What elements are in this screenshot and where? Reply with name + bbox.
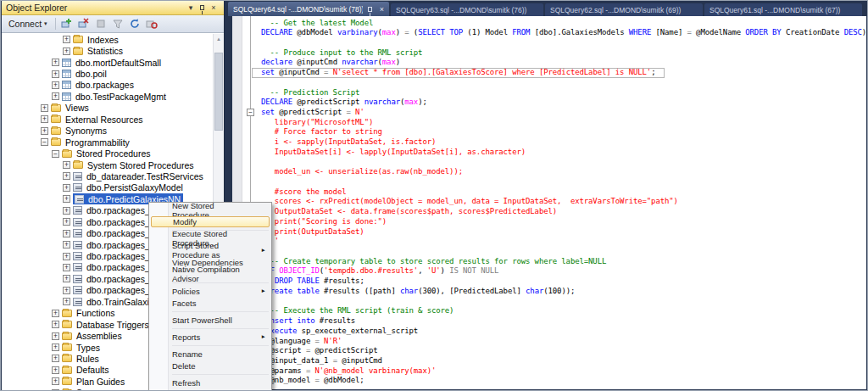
code-token: ; (651, 68, 655, 76)
tree-item-label: Views (64, 103, 90, 113)
expand-icon[interactable]: + (52, 332, 59, 340)
stop-icon[interactable] (94, 17, 108, 31)
tree-item-label: dbo.rpackages_i (86, 285, 153, 295)
expand-icon[interactable]: + (63, 172, 70, 180)
sproc-icon (73, 183, 82, 192)
expand-icon[interactable]: + (52, 310, 59, 317)
tree-item-dbo-rpackages[interactable]: +dbo.rpackages (2, 80, 213, 91)
expand-icon[interactable]: + (63, 184, 70, 192)
expand-icon[interactable]: + (52, 321, 59, 328)
scroll-up-icon[interactable]: ▲ (214, 34, 224, 44)
refresh-icon[interactable] (128, 17, 142, 31)
tree-item-indexes[interactable]: +Indexes (2, 34, 213, 45)
scrollbar-thumb[interactable] (214, 53, 223, 131)
object-explorer-titlebar[interactable]: Object Explorer ▾ × (2, 1, 224, 15)
expand-icon[interactable]: + (52, 344, 59, 351)
expand-icon[interactable]: + (63, 36, 70, 43)
expand-icon[interactable]: + (52, 81, 59, 89)
expand-icon[interactable]: + (63, 230, 70, 237)
expand-icon[interactable]: + (41, 115, 48, 123)
code-token: @predictScript (292, 98, 364, 106)
filter-icon[interactable] (111, 17, 125, 31)
expand-icon[interactable]: + (52, 377, 59, 385)
connect-label: Connect (8, 19, 42, 29)
menu-item-rename[interactable]: Rename (149, 348, 271, 360)
menu-item-facets[interactable]: Facets (149, 297, 271, 309)
tree-item-external-resources[interactable]: +External Resources (2, 114, 213, 125)
code-token: i <- sapply(InputDataSet, is.factor) (261, 137, 436, 146)
tab-sqlquery63-sql[interactable]: SQLQuery63.sql -...DMOND\sumitk (76)) (391, 3, 543, 16)
expand-icon[interactable]: + (63, 298, 70, 305)
sql-code[interactable]: -- Get the latest ModelDECLARE @dbModel … (261, 19, 866, 387)
tree-item-dbo-persistgalaxymodel[interactable]: +dbo.PersistGalaxyModel (2, 182, 213, 193)
expand-icon[interactable]: − (52, 150, 59, 158)
folder-icon (51, 138, 61, 146)
tree-item-db-datareader-testrservices[interactable]: +db_datareader.TestRServices (2, 170, 213, 182)
menu-item-new-stored-procedure[interactable]: New Stored Procedure... (149, 204, 271, 216)
menu-item-policies[interactable]: Policies► (149, 285, 271, 297)
sproc-icon (73, 218, 82, 226)
menu-item-script-stored-procedure-as[interactable]: Script Stored Procedure as► (149, 244, 271, 256)
code-token: DROP (275, 276, 292, 285)
connect-button[interactable]: Connect ▾ (5, 17, 51, 31)
tree-item-dbo-testpackagemgmt[interactable]: +dbo.TestPackageMgmt (2, 91, 213, 102)
expand-icon[interactable]: + (63, 287, 70, 294)
close-tab-icon[interactable]: × (380, 5, 384, 14)
sql-editor[interactable]: − -- Get the latest ModelDECLARE @dbMode… (232, 16, 866, 389)
expand-icon[interactable]: + (41, 127, 48, 135)
menu-item-delete[interactable]: Delete (149, 360, 271, 371)
expand-icon[interactable]: + (63, 218, 70, 226)
code-line: @script = @predictScript (261, 346, 866, 356)
sproc-icon (73, 172, 82, 181)
tab-sqlquery64-sql[interactable]: SQLQuery64.sql -...DMOND\sumitk (78))× (228, 2, 389, 16)
menu-item-refresh[interactable]: Refresh (149, 377, 271, 388)
tree-item-label: dbo.TrainGalaxi (86, 297, 150, 307)
expand-icon[interactable]: + (63, 207, 70, 215)
expand-icon[interactable]: + (52, 389, 59, 390)
disconnect-server-icon[interactable] (77, 17, 92, 31)
expand-icon[interactable]: + (63, 253, 70, 260)
tree-item-dbo-mortdefaultsmall[interactable]: +dbo.mortDefaultSmall (2, 57, 213, 68)
tree-item-dbo-poil[interactable]: +dbo.poil (2, 68, 213, 79)
expand-icon[interactable]: + (63, 161, 70, 169)
tree-item-system-stored-procedures[interactable]: +System Stored Procedures (2, 159, 213, 170)
expand-icon[interactable]: + (41, 104, 48, 112)
expand-icon[interactable]: + (63, 275, 70, 282)
connect-server-icon[interactable] (60, 17, 75, 31)
expand-icon[interactable]: + (52, 59, 59, 66)
tree-item-synonyms[interactable]: +Synonyms (2, 126, 213, 137)
code-token: sp_execute_external_script (297, 327, 418, 335)
code-line: print(OutputDataSet) (261, 227, 866, 237)
menu-item-start-powershell[interactable]: Start PowerShell (149, 314, 271, 326)
pin-icon[interactable] (200, 5, 204, 10)
error-logs-icon[interactable] (145, 17, 159, 31)
expand-icon[interactable]: − (41, 138, 48, 146)
tab-sqlquery62-sql[interactable]: SQLQuery62.sql -...DMOND\sumitk (69)) (545, 3, 703, 16)
code-token: print("Scoring is done:") (261, 217, 387, 226)
close-icon[interactable]: × (208, 2, 220, 14)
tree-item-stored-procedures[interactable]: −Stored Procedures (2, 148, 213, 159)
code-token: char (400, 287, 418, 295)
pin-tab-icon[interactable] (368, 7, 372, 12)
collapse-region-icon[interactable]: − (247, 109, 254, 116)
expand-icon[interactable]: + (63, 264, 70, 271)
tree-item-statistics[interactable]: +Statistics (2, 45, 213, 56)
expand-icon[interactable]: + (63, 195, 70, 203)
expand-icon[interactable]: + (63, 241, 70, 249)
expand-icon[interactable]: + (52, 355, 59, 362)
menu-item-native-compilation-advisor[interactable]: Native Compilation Advisor (149, 268, 271, 280)
code-line: @input_data_1 = @inputCmd (261, 356, 866, 366)
window-position-icon[interactable]: ▾ (185, 2, 197, 14)
expand-icon[interactable]: + (52, 92, 59, 100)
sproc-icon (73, 229, 82, 237)
tree-item-label: dbo.rpackages (75, 80, 135, 90)
menu-item-modify[interactable]: Modify (151, 216, 270, 227)
tree-item-views[interactable]: +Views (2, 103, 213, 114)
menu-item-reports[interactable]: Reports► (149, 331, 271, 343)
tree-item-programmability[interactable]: −Programmability (2, 137, 213, 148)
expand-icon[interactable]: + (52, 70, 59, 78)
tab-sqlquery61-sql[interactable]: SQLQuery61.sql -...DMOND\sumitk (67)) (704, 3, 862, 16)
tree-item-label: dbo.rpackages_ (86, 251, 151, 261)
expand-icon[interactable]: + (63, 47, 70, 55)
expand-icon[interactable]: + (52, 366, 59, 374)
